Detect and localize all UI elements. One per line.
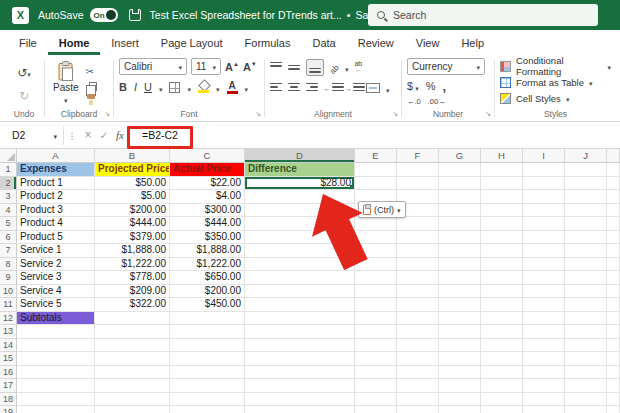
bold-button[interactable]: B xyxy=(119,81,127,93)
dialog-launcher-icon[interactable] xyxy=(255,102,261,120)
cell-J13[interactable] xyxy=(565,325,607,339)
row-header-19[interactable]: 19 xyxy=(0,406,17,413)
cell-E13[interactable] xyxy=(355,325,397,339)
row-header-16[interactable]: 16 xyxy=(0,366,17,380)
align-center-button[interactable] xyxy=(288,83,300,94)
cell-C3[interactable]: $4.00 xyxy=(170,190,245,204)
conditional-formatting-button[interactable]: Conditional Formatting xyxy=(500,59,611,73)
cell-H1[interactable] xyxy=(481,163,523,177)
cell-K18[interactable] xyxy=(607,393,620,407)
column-header-b[interactable]: B xyxy=(95,149,170,163)
column-header-h[interactable]: H xyxy=(481,149,523,163)
cell-I15[interactable] xyxy=(523,352,565,366)
cell-I3[interactable] xyxy=(523,190,565,204)
tab-view[interactable]: View xyxy=(405,30,451,55)
decrease-font-button[interactable]: A▼ xyxy=(243,61,257,73)
percent-button[interactable]: % xyxy=(426,80,436,92)
autosave-control[interactable]: AutoSave On xyxy=(38,8,118,22)
cell-E11[interactable] xyxy=(355,298,397,312)
cell-A16[interactable] xyxy=(17,366,95,380)
cell-G13[interactable] xyxy=(439,325,481,339)
cell-I16[interactable] xyxy=(523,366,565,380)
tab-file[interactable]: File xyxy=(8,30,48,55)
cell-A3[interactable]: Product 2 xyxy=(17,190,95,204)
cell-K3[interactable] xyxy=(607,190,620,204)
cell-B11[interactable]: $322.00 xyxy=(95,298,170,312)
cell-D1[interactable]: Difference xyxy=(245,163,355,177)
cell-C8[interactable]: $1,222.00 xyxy=(170,258,245,272)
comma-style-button[interactable]: , xyxy=(442,79,446,94)
cell-H17[interactable] xyxy=(481,379,523,393)
cell-F12[interactable] xyxy=(397,312,439,326)
cell-F16[interactable] xyxy=(397,366,439,380)
cell-A9[interactable]: Service 3 xyxy=(17,271,95,285)
cell-styles-button[interactable]: Cell Styles xyxy=(500,91,611,105)
cell-A19[interactable] xyxy=(17,406,95,413)
cell-F11[interactable] xyxy=(397,298,439,312)
align-bottom-button[interactable] xyxy=(306,59,324,76)
cell-I11[interactable] xyxy=(523,298,565,312)
cell-D10[interactable] xyxy=(245,285,355,299)
tab-data[interactable]: Data xyxy=(301,30,346,55)
undo-button[interactable] xyxy=(17,63,31,81)
row-header-2[interactable]: 2 xyxy=(0,177,17,191)
cell-K15[interactable] xyxy=(607,352,620,366)
cell-C14[interactable] xyxy=(170,339,245,353)
cell-C9[interactable]: $650.00 xyxy=(170,271,245,285)
cut-button[interactable] xyxy=(86,61,94,79)
tab-help[interactable]: Help xyxy=(450,30,495,55)
row-header-15[interactable]: 15 xyxy=(0,352,17,366)
cell-D14[interactable] xyxy=(245,339,355,353)
cell-E16[interactable] xyxy=(355,366,397,380)
cell-G9[interactable] xyxy=(439,271,481,285)
cell-K19[interactable] xyxy=(607,406,620,413)
row-header-11[interactable]: 11 xyxy=(0,298,17,312)
cell-A14[interactable] xyxy=(17,339,95,353)
row-header-9[interactable]: 9 xyxy=(0,271,17,285)
cell-B18[interactable] xyxy=(95,393,170,407)
borders-button[interactable] xyxy=(169,82,180,93)
cell-D9[interactable] xyxy=(245,271,355,285)
cell-J7[interactable] xyxy=(565,244,607,258)
column-header-g[interactable]: G xyxy=(439,149,481,163)
underline-button[interactable]: U xyxy=(144,81,152,93)
align-middle-button[interactable] xyxy=(288,62,300,73)
align-right-button[interactable] xyxy=(306,83,318,94)
cell-G17[interactable] xyxy=(439,379,481,393)
row-header-13[interactable]: 13 xyxy=(0,325,17,339)
copy-button[interactable] xyxy=(86,82,97,91)
number-format-select[interactable]: Currency xyxy=(407,58,485,75)
row-header-12[interactable]: 12 xyxy=(0,312,17,326)
increase-font-button[interactable]: A▲ xyxy=(225,61,239,73)
cell-D17[interactable] xyxy=(245,379,355,393)
column-header-partial[interactable] xyxy=(607,149,620,163)
cell-H15[interactable] xyxy=(481,352,523,366)
decrease-indent-button[interactable]: ← xyxy=(324,83,339,94)
cell-J16[interactable] xyxy=(565,366,607,380)
paste-button[interactable]: Paste xyxy=(50,58,82,108)
increase-decimal-button[interactable]: ←.0 xyxy=(407,97,421,106)
row-header-10[interactable]: 10 xyxy=(0,285,17,299)
cell-D15[interactable] xyxy=(245,352,355,366)
cell-A4[interactable]: Product 3 xyxy=(17,204,95,218)
cell-B3[interactable]: $5.00 xyxy=(95,190,170,204)
cell-C4[interactable]: $300.00 xyxy=(170,204,245,218)
row-header-14[interactable]: 14 xyxy=(0,339,17,353)
tab-formulas[interactable]: Formulas xyxy=(234,30,302,55)
cell-I10[interactable] xyxy=(523,285,565,299)
redo-button[interactable] xyxy=(19,86,29,104)
wrap-text-button[interactable] xyxy=(354,60,362,74)
cell-K7[interactable] xyxy=(607,244,620,258)
cell-I2[interactable] xyxy=(523,177,565,191)
cell-I7[interactable] xyxy=(523,244,565,258)
cell-E18[interactable] xyxy=(355,393,397,407)
cell-C15[interactable] xyxy=(170,352,245,366)
column-header-e[interactable]: E xyxy=(355,149,397,163)
cell-C10[interactable]: $200.00 xyxy=(170,285,245,299)
cell-H13[interactable] xyxy=(481,325,523,339)
cell-I17[interactable] xyxy=(523,379,565,393)
cell-C7[interactable]: $1,888.00 xyxy=(170,244,245,258)
cell-K11[interactable] xyxy=(607,298,620,312)
document-title[interactable]: Test Excel Spreadsheet for DTrends art..… xyxy=(150,9,394,21)
column-header-j[interactable]: J xyxy=(565,149,607,163)
